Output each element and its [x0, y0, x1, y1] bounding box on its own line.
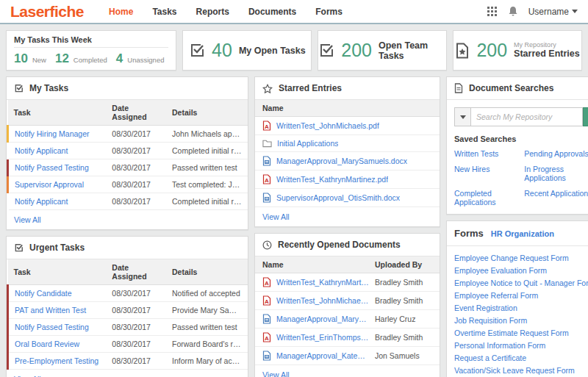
details-cell: Inform Mary of acceptance...: [166, 353, 248, 370]
form-link[interactable]: Overtime Estimate Request Form: [454, 329, 588, 337]
entry-link[interactable]: WrittenTest_JohnMichaels.pdf: [276, 121, 379, 130]
saved-searches-title: Saved Searches: [454, 134, 588, 143]
main-nav: HomeTasksReportsDocumentsForms: [109, 7, 343, 17]
form-link[interactable]: Employee Notice to Quit - Manager Form: [454, 279, 588, 287]
saved-search-link[interactable]: New Hires: [454, 165, 524, 182]
task-name-cell: Oral Board Review: [8, 336, 107, 353]
task-name-cell: PAT and Written Test: [8, 302, 107, 319]
details-cell: Completed initial review: [166, 143, 248, 159]
entry-link[interactable]: ManagerApproval_MarySamuels.docx: [276, 157, 407, 165]
form-link[interactable]: Personal Information Form: [454, 342, 588, 350]
word-file-icon: [262, 156, 271, 166]
uploaded-by-cell: Jon Samuels: [375, 351, 432, 360]
form-link[interactable]: Job Requisition Form: [454, 317, 588, 325]
pdf-file-icon: A: [262, 121, 271, 131]
username-menu[interactable]: Username: [528, 7, 578, 17]
word-file-icon: [262, 351, 271, 361]
saved-search-link[interactable]: Pending Approvals: [524, 149, 588, 158]
svg-text:A: A: [265, 123, 269, 130]
table-row: ManagerApproval_KateMadden.docxJon Samue…: [255, 347, 440, 365]
card-title: My Tasks This Week: [14, 35, 168, 48]
app-grid-icon[interactable]: [487, 6, 498, 17]
uploaded-by-cell: Harley Cruz: [375, 315, 432, 323]
view-all-link[interactable]: View All: [7, 210, 248, 229]
nav-item-tasks[interactable]: Tasks: [152, 7, 176, 17]
task-link[interactable]: Notify Candidate: [15, 289, 72, 298]
search-input[interactable]: [470, 107, 583, 126]
my-tasks-this-week-card[interactable]: My Tasks This Week 10New12Completed4Unas…: [6, 30, 176, 71]
nav-item-reports[interactable]: Reports: [196, 7, 229, 17]
panel-title: Starred Entries: [279, 83, 342, 93]
view-all-link[interactable]: View All: [255, 207, 440, 226]
form-link[interactable]: Event Registration: [454, 304, 588, 312]
uploaded-by-cell: Bradley Smith: [375, 278, 432, 287]
entry-link[interactable]: SupervisorApproval_OtisSmith.docx: [276, 193, 400, 202]
forms-panel: Forms HR Organization Employee Change Re…: [446, 220, 588, 377]
username-label: Username: [528, 7, 569, 17]
form-link[interactable]: Employee Change Request Form: [454, 254, 588, 262]
search-button[interactable]: [583, 107, 588, 126]
nav-item-documents[interactable]: Documents: [248, 7, 296, 17]
task-link[interactable]: PAT and Written Test: [15, 306, 86, 315]
nav-item-home[interactable]: Home: [109, 7, 133, 17]
form-link[interactable]: Vacation/Sick Leave Request Form: [454, 367, 588, 375]
task-link[interactable]: Oral Board Review: [15, 340, 79, 348]
form-link[interactable]: Request a Certificate: [454, 354, 588, 362]
document-link[interactable]: WrittenTest_KathrynMartinez.pdf: [276, 278, 370, 287]
starred-entries-card[interactable]: 200 My Repository Starred Entries: [453, 30, 582, 71]
view-all-link[interactable]: View All: [7, 370, 248, 377]
task-link[interactable]: Notify Applicant: [15, 197, 68, 206]
task-link[interactable]: Notify Hiring Manager: [15, 129, 90, 138]
document-link[interactable]: ManagerApproval_MarySamuels.docx: [276, 315, 370, 323]
task-name-cell: Notify Candidate: [8, 285, 107, 302]
task-link[interactable]: Supervisor Approval: [15, 180, 84, 189]
details-cell: Test completed: John Mich...: [166, 176, 248, 193]
docx-icon: [262, 314, 271, 324]
my-tasks-table: TaskDate AssignedDetails Notify Hiring M…: [7, 100, 248, 210]
open-team-tasks-card[interactable]: 200 Open Team Tasks: [318, 30, 447, 71]
word-file-icon: [262, 314, 271, 324]
panel-title: Urgent Tasks: [29, 243, 85, 253]
my-open-tasks-card[interactable]: 40 My Open Tasks: [182, 30, 312, 71]
table-row: AWrittenTest_ErinThompson.pdfBradley Smi…: [255, 328, 440, 347]
team-tasks-label: Open Team Tasks: [379, 40, 446, 61]
document-link[interactable]: WrittenTest_JohnMichaels.pdf: [276, 296, 370, 305]
search-options-dropdown[interactable]: [454, 107, 470, 126]
notifications-bell-icon[interactable]: [508, 6, 518, 17]
document-link[interactable]: ManagerApproval_KateMadden.docx: [276, 351, 370, 360]
date-assigned-cell: 08/30/2017: [106, 126, 166, 143]
entry-link[interactable]: WrittenTest_KathrynMartinez.pdf: [276, 175, 388, 184]
saved-search-link[interactable]: Recent Applications: [524, 189, 588, 207]
folder-icon: [262, 139, 272, 148]
list-item: SupervisorApproval_OtisSmith.docx: [255, 189, 440, 207]
task-name-cell: Notify Passed Testing: [8, 319, 107, 336]
entry-link[interactable]: Initial Applications: [277, 139, 338, 148]
task-link[interactable]: Notify Passed Testing: [15, 323, 89, 331]
details-cell: Completed initial review: [166, 193, 248, 210]
top-navigation-bar: Laserfiche HomeTasksReportsDocumentsForm…: [0, 0, 588, 24]
task-link[interactable]: Notify Applicant: [15, 146, 68, 155]
column-header-details: Details: [166, 100, 248, 126]
nav-item-forms[interactable]: Forms: [315, 7, 343, 17]
task-link[interactable]: Notify Passed Testing: [15, 163, 89, 172]
task-link[interactable]: Pre-Employment Testing: [15, 356, 98, 365]
form-link[interactable]: Employee Referral Form: [454, 292, 588, 300]
list-item: AWrittenTest_KathrynMartinez.pdf: [255, 170, 440, 189]
saved-search-link[interactable]: In Progress Applications: [524, 165, 588, 182]
starred-label: Starred Entries: [514, 49, 580, 59]
document-link[interactable]: WrittenTest_ErinThompson.pdf: [276, 333, 370, 342]
panel-title: Document Searches: [469, 83, 553, 93]
forms-org-link[interactable]: HR Organization: [491, 229, 554, 238]
pdf-file-icon: A: [262, 332, 271, 342]
pdf-icon: A: [262, 295, 271, 306]
view-all-link[interactable]: View All: [255, 365, 440, 377]
column-header-uploaded-by: Uploaded By: [375, 260, 432, 269]
chevron-down-icon: [460, 115, 466, 119]
starred-entries-panel: Starred Entries Name AWrittenTest_JohnMi…: [254, 76, 440, 227]
saved-search-link[interactable]: Completed Applications: [454, 189, 524, 207]
date-assigned-cell: 08/30/2017: [106, 302, 166, 319]
pdf-icon: A: [262, 174, 271, 184]
task-name-cell: Notify Applicant: [8, 193, 107, 210]
saved-search-link[interactable]: Written Tests: [454, 149, 524, 158]
form-link[interactable]: Employee Evaluation Form: [454, 267, 588, 275]
